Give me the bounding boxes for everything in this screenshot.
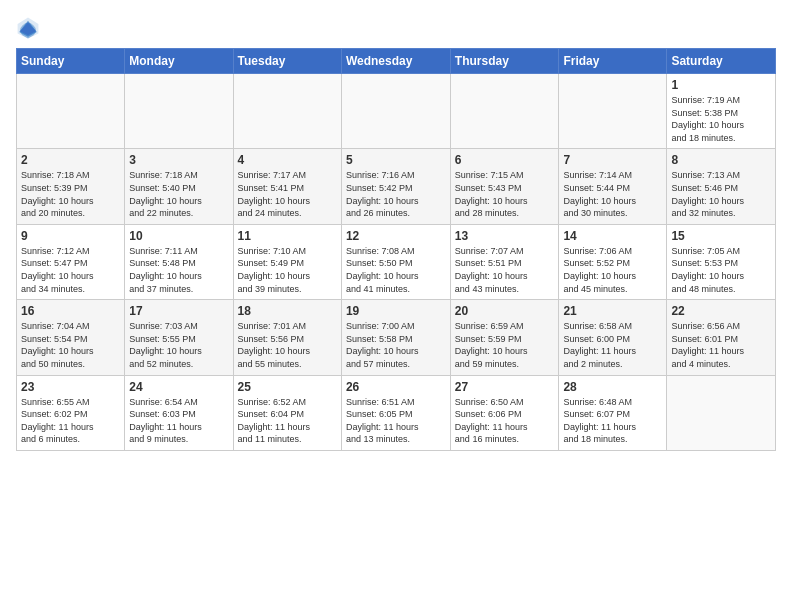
weekday-header-tuesday: Tuesday (233, 49, 341, 74)
day-info: Sunrise: 7:13 AM Sunset: 5:46 PM Dayligh… (671, 169, 771, 219)
calendar-week-5: 23Sunrise: 6:55 AM Sunset: 6:02 PM Dayli… (17, 375, 776, 450)
day-number: 5 (346, 153, 446, 167)
weekday-header-sunday: Sunday (17, 49, 125, 74)
calendar-week-3: 9Sunrise: 7:12 AM Sunset: 5:47 PM Daylig… (17, 224, 776, 299)
calendar-cell: 11Sunrise: 7:10 AM Sunset: 5:49 PM Dayli… (233, 224, 341, 299)
weekday-header-monday: Monday (125, 49, 233, 74)
day-info: Sunrise: 7:04 AM Sunset: 5:54 PM Dayligh… (21, 320, 120, 370)
day-info: Sunrise: 6:58 AM Sunset: 6:00 PM Dayligh… (563, 320, 662, 370)
day-number: 9 (21, 229, 120, 243)
day-number: 17 (129, 304, 228, 318)
calendar-cell: 20Sunrise: 6:59 AM Sunset: 5:59 PM Dayli… (450, 300, 559, 375)
calendar-cell (17, 74, 125, 149)
calendar-cell: 13Sunrise: 7:07 AM Sunset: 5:51 PM Dayli… (450, 224, 559, 299)
calendar-cell (233, 74, 341, 149)
calendar-cell: 5Sunrise: 7:16 AM Sunset: 5:42 PM Daylig… (341, 149, 450, 224)
calendar-week-1: 1Sunrise: 7:19 AM Sunset: 5:38 PM Daylig… (17, 74, 776, 149)
calendar-cell: 16Sunrise: 7:04 AM Sunset: 5:54 PM Dayli… (17, 300, 125, 375)
day-info: Sunrise: 7:12 AM Sunset: 5:47 PM Dayligh… (21, 245, 120, 295)
day-number: 12 (346, 229, 446, 243)
day-number: 14 (563, 229, 662, 243)
day-info: Sunrise: 6:51 AM Sunset: 6:05 PM Dayligh… (346, 396, 446, 446)
logo-icon (16, 16, 40, 40)
day-info: Sunrise: 7:17 AM Sunset: 5:41 PM Dayligh… (238, 169, 337, 219)
day-info: Sunrise: 7:14 AM Sunset: 5:44 PM Dayligh… (563, 169, 662, 219)
day-number: 21 (563, 304, 662, 318)
calendar-cell: 15Sunrise: 7:05 AM Sunset: 5:53 PM Dayli… (667, 224, 776, 299)
calendar-cell: 23Sunrise: 6:55 AM Sunset: 6:02 PM Dayli… (17, 375, 125, 450)
day-number: 3 (129, 153, 228, 167)
calendar-cell (125, 74, 233, 149)
day-info: Sunrise: 7:19 AM Sunset: 5:38 PM Dayligh… (671, 94, 771, 144)
calendar-cell: 19Sunrise: 7:00 AM Sunset: 5:58 PM Dayli… (341, 300, 450, 375)
day-number: 24 (129, 380, 228, 394)
calendar-cell: 12Sunrise: 7:08 AM Sunset: 5:50 PM Dayli… (341, 224, 450, 299)
day-number: 6 (455, 153, 555, 167)
day-info: Sunrise: 7:18 AM Sunset: 5:40 PM Dayligh… (129, 169, 228, 219)
calendar-cell: 8Sunrise: 7:13 AM Sunset: 5:46 PM Daylig… (667, 149, 776, 224)
day-info: Sunrise: 7:15 AM Sunset: 5:43 PM Dayligh… (455, 169, 555, 219)
calendar-cell (559, 74, 667, 149)
day-number: 1 (671, 78, 771, 92)
day-number: 20 (455, 304, 555, 318)
day-info: Sunrise: 6:59 AM Sunset: 5:59 PM Dayligh… (455, 320, 555, 370)
calendar-cell: 26Sunrise: 6:51 AM Sunset: 6:05 PM Dayli… (341, 375, 450, 450)
calendar-cell: 10Sunrise: 7:11 AM Sunset: 5:48 PM Dayli… (125, 224, 233, 299)
page-header (16, 16, 776, 40)
weekday-header-friday: Friday (559, 49, 667, 74)
day-number: 15 (671, 229, 771, 243)
day-info: Sunrise: 6:55 AM Sunset: 6:02 PM Dayligh… (21, 396, 120, 446)
day-info: Sunrise: 7:07 AM Sunset: 5:51 PM Dayligh… (455, 245, 555, 295)
calendar-cell: 17Sunrise: 7:03 AM Sunset: 5:55 PM Dayli… (125, 300, 233, 375)
calendar-cell: 9Sunrise: 7:12 AM Sunset: 5:47 PM Daylig… (17, 224, 125, 299)
day-info: Sunrise: 6:54 AM Sunset: 6:03 PM Dayligh… (129, 396, 228, 446)
logo (16, 16, 42, 40)
day-number: 28 (563, 380, 662, 394)
day-number: 16 (21, 304, 120, 318)
day-number: 10 (129, 229, 228, 243)
day-number: 2 (21, 153, 120, 167)
weekday-header-thursday: Thursday (450, 49, 559, 74)
calendar-cell: 4Sunrise: 7:17 AM Sunset: 5:41 PM Daylig… (233, 149, 341, 224)
weekday-header-row: SundayMondayTuesdayWednesdayThursdayFrid… (17, 49, 776, 74)
day-info: Sunrise: 7:16 AM Sunset: 5:42 PM Dayligh… (346, 169, 446, 219)
calendar-cell: 2Sunrise: 7:18 AM Sunset: 5:39 PM Daylig… (17, 149, 125, 224)
calendar-table: SundayMondayTuesdayWednesdayThursdayFrid… (16, 48, 776, 451)
weekday-header-saturday: Saturday (667, 49, 776, 74)
day-info: Sunrise: 7:18 AM Sunset: 5:39 PM Dayligh… (21, 169, 120, 219)
calendar-cell (341, 74, 450, 149)
day-info: Sunrise: 7:00 AM Sunset: 5:58 PM Dayligh… (346, 320, 446, 370)
calendar-cell: 7Sunrise: 7:14 AM Sunset: 5:44 PM Daylig… (559, 149, 667, 224)
calendar-cell: 24Sunrise: 6:54 AM Sunset: 6:03 PM Dayli… (125, 375, 233, 450)
day-info: Sunrise: 7:06 AM Sunset: 5:52 PM Dayligh… (563, 245, 662, 295)
calendar-cell (667, 375, 776, 450)
day-info: Sunrise: 6:48 AM Sunset: 6:07 PM Dayligh… (563, 396, 662, 446)
day-info: Sunrise: 7:01 AM Sunset: 5:56 PM Dayligh… (238, 320, 337, 370)
day-number: 26 (346, 380, 446, 394)
day-info: Sunrise: 7:05 AM Sunset: 5:53 PM Dayligh… (671, 245, 771, 295)
day-number: 22 (671, 304, 771, 318)
day-number: 8 (671, 153, 771, 167)
day-number: 11 (238, 229, 337, 243)
calendar-cell (450, 74, 559, 149)
calendar-cell: 28Sunrise: 6:48 AM Sunset: 6:07 PM Dayli… (559, 375, 667, 450)
calendar-cell: 21Sunrise: 6:58 AM Sunset: 6:00 PM Dayli… (559, 300, 667, 375)
calendar-cell: 18Sunrise: 7:01 AM Sunset: 5:56 PM Dayli… (233, 300, 341, 375)
day-number: 13 (455, 229, 555, 243)
day-number: 18 (238, 304, 337, 318)
calendar-cell: 14Sunrise: 7:06 AM Sunset: 5:52 PM Dayli… (559, 224, 667, 299)
day-number: 23 (21, 380, 120, 394)
calendar-cell: 3Sunrise: 7:18 AM Sunset: 5:40 PM Daylig… (125, 149, 233, 224)
day-number: 7 (563, 153, 662, 167)
calendar-cell: 1Sunrise: 7:19 AM Sunset: 5:38 PM Daylig… (667, 74, 776, 149)
calendar-week-2: 2Sunrise: 7:18 AM Sunset: 5:39 PM Daylig… (17, 149, 776, 224)
day-info: Sunrise: 6:56 AM Sunset: 6:01 PM Dayligh… (671, 320, 771, 370)
day-info: Sunrise: 7:10 AM Sunset: 5:49 PM Dayligh… (238, 245, 337, 295)
calendar-cell: 25Sunrise: 6:52 AM Sunset: 6:04 PM Dayli… (233, 375, 341, 450)
day-number: 19 (346, 304, 446, 318)
day-info: Sunrise: 6:52 AM Sunset: 6:04 PM Dayligh… (238, 396, 337, 446)
calendar-cell: 22Sunrise: 6:56 AM Sunset: 6:01 PM Dayli… (667, 300, 776, 375)
weekday-header-wednesday: Wednesday (341, 49, 450, 74)
day-number: 25 (238, 380, 337, 394)
day-info: Sunrise: 7:03 AM Sunset: 5:55 PM Dayligh… (129, 320, 228, 370)
